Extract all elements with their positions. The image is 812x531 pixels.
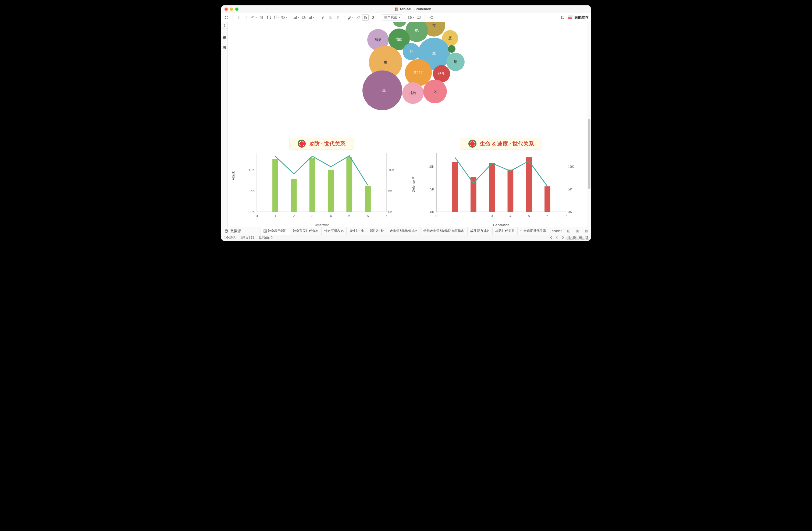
svg-rect-13: [310, 17, 310, 19]
highlight-button[interactable]: [347, 14, 353, 21]
duplicate-sheet-button[interactable]: [300, 14, 307, 21]
sheet-tab[interactable]: 属性2占比: [367, 227, 388, 235]
show-cards-button[interactable]: [408, 14, 414, 21]
panel-title: 攻防 · 世代关系: [289, 138, 354, 149]
pause-updates-button[interactable]: [273, 14, 280, 21]
svg-rect-68: [545, 186, 550, 212]
side-tab-layout[interactable]: 布局: [221, 39, 228, 48]
bubble-一般[interactable]: 一般: [362, 71, 402, 110]
bubble-small[interactable]: [448, 45, 455, 53]
svg-text:3: 3: [311, 214, 313, 218]
refresh-button[interactable]: [281, 14, 287, 21]
svg-text:2: 2: [293, 214, 295, 218]
svg-text:10K: 10K: [428, 164, 435, 169]
svg-rect-10: [302, 16, 304, 18]
svg-rect-16: [409, 16, 410, 19]
show-labels-button[interactable]: T: [362, 14, 368, 21]
undo-button[interactable]: [250, 14, 257, 21]
sheet-tab[interactable]: 特殊攻击值&特殊防御值排名: [421, 227, 467, 235]
fit-selector[interactable]: 整个视图: [382, 15, 402, 20]
app-window: Tableau - Pokemon T 整个视图: [221, 5, 591, 241]
chart-hp-speed[interactable]: HP Speed 0K0K5K5K10K10K01234567: [423, 149, 579, 222]
swap-button[interactable]: [320, 14, 327, 21]
share-button[interactable]: [427, 14, 434, 21]
sheet-tab[interactable]: 属性1占比: [347, 227, 367, 235]
panel-attack-defense: 攻防 · 世代关系 Attack Defense 0K0K5K5K10K10K0…: [228, 138, 407, 224]
svg-rect-74: [577, 230, 578, 232]
sort-asc-button[interactable]: [328, 14, 334, 21]
watermark: CSDN @Lydia.na: [566, 237, 589, 240]
presentation-button[interactable]: [416, 14, 422, 21]
sheet-tab[interactable]: 神奇表示属性: [261, 227, 290, 235]
x-axis-label: Generation: [244, 223, 399, 227]
svg-rect-8: [295, 17, 295, 19]
svg-rect-42: [309, 158, 315, 212]
sheet-tab[interactable]: 生命速度世代关系: [518, 227, 549, 235]
bubble-冰[interactable]: 冰: [403, 43, 420, 60]
tableau-logo-icon[interactable]: [223, 14, 230, 21]
nav-prev-button[interactable]: [555, 236, 559, 240]
new-dashboard-button[interactable]: [573, 227, 582, 235]
svg-rect-43: [328, 170, 334, 212]
sheet-tabs: 数据源 神奇表示属性神奇宝贝世代分布传奇宝贝占比属性1占比属性2占比攻击值&防御…: [221, 227, 591, 235]
datasource-tab[interactable]: 数据源: [221, 227, 261, 235]
back-button[interactable]: [235, 14, 242, 21]
svg-text:0K: 0K: [430, 210, 435, 214]
svg-point-5: [267, 16, 270, 17]
bubble-火[interactable]: 火: [423, 80, 447, 103]
sheet-tab[interactable]: 攻防世代关系: [493, 227, 518, 235]
new-datasource-button[interactable]: [266, 14, 272, 21]
forward-button[interactable]: [243, 14, 249, 21]
svg-text:5: 5: [348, 214, 350, 218]
svg-text:0K: 0K: [250, 210, 255, 214]
svg-text:0: 0: [435, 214, 437, 218]
smart-recommend-label: 智能推荐: [575, 15, 589, 20]
guide-button[interactable]: [560, 14, 566, 21]
sheet-tab[interactable]: 攻击值&防御值排名: [387, 227, 421, 235]
chart-attack-defense[interactable]: Attack Defense 0K0K5K5K10K10K01234567: [244, 149, 399, 222]
svg-rect-71: [265, 230, 266, 231]
minimize-icon[interactable]: [230, 8, 233, 11]
bubble-chart[interactable]: 精灵毒电恶幽灵地面冰草钢虫超能力格斗一般掩饰火: [339, 22, 479, 127]
side-rail: ❯ 仪表板 布局: [221, 22, 228, 227]
status-bar: 1个标记 1行 x 1列 总和(0): 0: [221, 235, 591, 241]
svg-text:5K: 5K: [430, 187, 435, 191]
bubble-掩饰[interactable]: 掩饰: [402, 82, 424, 104]
svg-text:7: 7: [385, 214, 387, 218]
svg-rect-76: [578, 231, 579, 232]
side-tab-dashboard[interactable]: 仪表板: [221, 29, 228, 39]
svg-text:3: 3: [491, 214, 493, 218]
nav-first-button[interactable]: [549, 236, 553, 240]
clear-sheet-button[interactable]: [308, 14, 314, 21]
svg-text:6: 6: [367, 214, 368, 218]
new-story-button[interactable]: [582, 227, 591, 235]
expand-side-panel-button[interactable]: ❯: [221, 22, 228, 29]
nav-next-button[interactable]: [561, 236, 564, 240]
maximize-icon[interactable]: [235, 8, 238, 11]
pin-button[interactable]: [370, 14, 376, 21]
dashboard-canvas[interactable]: 精灵毒电恶幽灵地面冰草钢虫超能力格斗一般掩饰火 攻防 · 世代关系 Attack…: [228, 22, 591, 227]
vertical-scrollbar[interactable]: [587, 22, 591, 227]
sort-desc-button[interactable]: [335, 14, 342, 21]
svg-rect-63: [452, 162, 458, 212]
close-icon[interactable]: [224, 8, 228, 11]
bubble-钢[interactable]: 钢: [446, 53, 465, 71]
svg-rect-9: [296, 16, 296, 19]
svg-text:4: 4: [509, 214, 512, 218]
wreath-icon: [298, 140, 306, 148]
svg-point-3: [227, 18, 228, 19]
sheet-tab[interactable]: 传奇宝贝占比: [322, 227, 347, 235]
save-button[interactable]: [258, 14, 264, 21]
y-axis-right-label: Defense: [412, 180, 416, 192]
scrollbar-thumb[interactable]: [588, 119, 591, 189]
wreath-icon: [468, 140, 476, 148]
svg-text:7: 7: [565, 214, 567, 218]
smart-recommend-button[interactable]: 智能推荐: [568, 15, 589, 20]
new-sheet-button[interactable]: [293, 14, 299, 21]
sheet-tab[interactable]: 神奇宝贝世代分布: [290, 227, 322, 235]
sheet-tab[interactable]: 战斗能力排名: [467, 227, 493, 235]
new-worksheet-button[interactable]: [564, 227, 573, 235]
sheet-tab[interactable]: header: [549, 227, 564, 235]
attachment-button[interactable]: [354, 14, 361, 21]
bubble-精灵[interactable]: 精灵: [393, 22, 407, 27]
